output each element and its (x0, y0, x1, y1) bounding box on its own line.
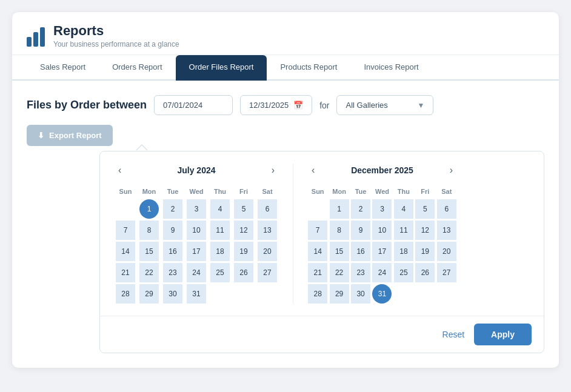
cal-right-prev[interactable]: ‹ (308, 164, 318, 177)
cal-r-day-20[interactable]: 20 (437, 242, 456, 261)
cal-day-12[interactable]: 12 (234, 221, 253, 240)
cal-day-15[interactable]: 15 (139, 242, 159, 261)
cal-r-day-16[interactable]: 16 (351, 242, 370, 261)
cal-day-8[interactable]: 8 (139, 221, 159, 240)
cal-r-day-11[interactable]: 11 (394, 221, 413, 240)
cal-r-empty (415, 284, 435, 304)
cal-day-4[interactable]: 4 (210, 199, 230, 219)
tab-products[interactable]: Products Report (267, 55, 350, 81)
cal-r-day-2[interactable]: 2 (351, 199, 370, 219)
apply-button[interactable]: Apply (474, 324, 532, 345)
cal-r-day-28[interactable]: 28 (308, 284, 327, 304)
tab-order-files[interactable]: Order Files Report (176, 55, 267, 81)
cal-day-22[interactable]: 22 (139, 263, 159, 282)
reset-button[interactable]: Reset (442, 330, 465, 339)
cal-r-day-30[interactable]: 30 (351, 284, 370, 304)
cal-day-7[interactable]: 7 (116, 221, 135, 240)
cal-day-14[interactable]: 14 (116, 242, 135, 261)
cal-r-day-29[interactable]: 29 (330, 284, 349, 304)
calendar-icon: 📅 (293, 101, 303, 110)
tab-invoices[interactable]: Invoices Report (350, 55, 432, 81)
cal-r-day-1[interactable]: 1 (330, 199, 349, 219)
cal-r-day-31[interactable]: 31 (372, 284, 392, 304)
cal-day-13[interactable]: 13 (258, 221, 277, 240)
cal-r-day-12[interactable]: 12 (415, 221, 435, 240)
cal-day-23[interactable]: 23 (163, 263, 182, 282)
tab-orders[interactable]: Orders Report (99, 55, 175, 81)
cal-r-day-9[interactable]: 9 (351, 221, 370, 240)
cal-day-31[interactable]: 31 (187, 284, 206, 304)
cal-day-3[interactable]: 3 (187, 199, 206, 219)
cal-day-20[interactable]: 20 (258, 242, 277, 261)
cal-r-day-17[interactable]: 17 (372, 242, 392, 261)
tabs-bar: Sales Report Orders Report Order Files R… (12, 55, 559, 81)
cal-day-30[interactable]: 30 (163, 284, 182, 304)
cal-r-day-3[interactable]: 3 (372, 199, 392, 219)
popup-arrow-inner (136, 145, 147, 151)
cal-r-day-8[interactable]: 8 (330, 221, 349, 240)
cal-day-24[interactable]: 24 (187, 263, 206, 282)
cal-left-prev[interactable]: ‹ (115, 164, 125, 177)
cal-r-day-22[interactable]: 22 (330, 263, 349, 282)
calendar-popup-wrapper: ‹ July 2024 › Sun Mon Tue Wed Thu (27, 151, 544, 353)
cal-r-day-6[interactable]: 6 (437, 199, 456, 219)
start-date-input[interactable]: 07/01/2024 (154, 95, 233, 115)
cal-left-header: ‹ July 2024 › (115, 164, 278, 177)
col-tue-r: Tue (351, 185, 370, 198)
cal-r-day-27[interactable]: 27 (437, 263, 456, 282)
cal-r-day-10[interactable]: 10 (372, 221, 392, 240)
col-sat-l: Sat (256, 185, 278, 198)
cal-day-26[interactable]: 26 (234, 263, 253, 282)
cal-day-empty (210, 284, 230, 304)
cal-left-next[interactable]: › (268, 164, 278, 177)
cal-r-day-23[interactable]: 23 (351, 263, 370, 282)
cal-r-empty (394, 284, 413, 304)
cal-r-day-19[interactable]: 19 (415, 242, 435, 261)
cal-left-month: July 2024 (177, 165, 215, 175)
calendars-wrapper: ‹ July 2024 › Sun Mon Tue Wed Thu (100, 151, 544, 316)
cal-r-day-25[interactable]: 25 (394, 263, 413, 282)
export-icon: ⬇ (38, 131, 44, 140)
cal-day-10[interactable]: 10 (187, 221, 206, 240)
cal-r-day-5[interactable]: 5 (415, 199, 435, 219)
export-label: Export Report (49, 131, 102, 140)
col-thu-l: Thu (209, 185, 231, 198)
cal-day-9[interactable]: 9 (163, 221, 182, 240)
col-wed-r: Wed (372, 185, 392, 198)
cal-day-18[interactable]: 18 (210, 242, 230, 261)
popup-footer: Reset Apply (100, 316, 544, 353)
app-title: Reports (53, 23, 179, 39)
cal-day-25[interactable]: 25 (210, 263, 230, 282)
cal-r-day-14[interactable]: 14 (308, 242, 327, 261)
cal-day-27[interactable]: 27 (258, 263, 277, 282)
filter-label: Files by Order between (27, 99, 147, 111)
cal-day-1[interactable]: 1 (139, 199, 159, 219)
cal-r-day-7[interactable]: 7 (308, 221, 327, 240)
col-fri-l: Fri (233, 185, 255, 198)
col-sun-r: Sun (308, 185, 327, 198)
cal-r-day-26[interactable]: 26 (415, 263, 435, 282)
cal-day-empty (258, 284, 277, 304)
cal-r-day-21[interactable]: 21 (308, 263, 327, 282)
cal-r-day-15[interactable]: 15 (330, 242, 349, 261)
cal-day-21[interactable]: 21 (116, 263, 135, 282)
tab-sales[interactable]: Sales Report (27, 55, 99, 81)
gallery-dropdown[interactable]: All Galleries ▼ (336, 95, 433, 115)
cal-day-2[interactable]: 2 (163, 199, 182, 219)
cal-right-next[interactable]: › (446, 164, 456, 177)
cal-r-day-18[interactable]: 18 (394, 242, 413, 261)
cal-day-19[interactable]: 19 (234, 242, 253, 261)
cal-day-29[interactable]: 29 (139, 284, 159, 304)
cal-day-16[interactable]: 16 (163, 242, 182, 261)
cal-right-grid: Sun Mon Tue Wed Thu Fri Sat 1 2 (308, 185, 456, 304)
cal-r-day-4[interactable]: 4 (394, 199, 413, 219)
cal-day-6[interactable]: 6 (258, 199, 277, 219)
export-button[interactable]: ⬇ Export Report (27, 125, 113, 146)
cal-r-day-24[interactable]: 24 (372, 263, 392, 282)
cal-day-5[interactable]: 5 (234, 199, 253, 219)
cal-day-17[interactable]: 17 (187, 242, 206, 261)
cal-day-11[interactable]: 11 (210, 221, 230, 240)
cal-day-28[interactable]: 28 (116, 284, 135, 304)
end-date-input[interactable]: 12/31/2025 📅 (240, 95, 312, 115)
cal-r-day-13[interactable]: 13 (437, 221, 456, 240)
